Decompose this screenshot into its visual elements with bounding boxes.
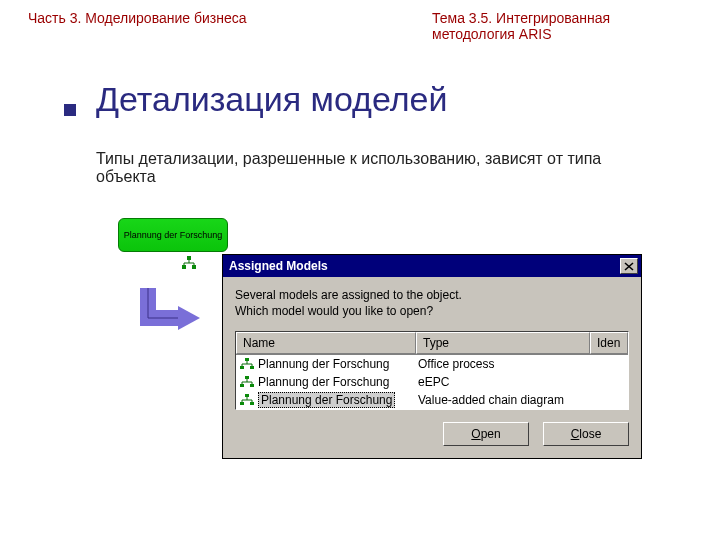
dialog-message-line2: Which model would you like to open? bbox=[235, 304, 433, 318]
models-list[interactable]: Name Type Iden Plannung der Forschung Of… bbox=[235, 331, 629, 410]
model-icon bbox=[240, 358, 254, 370]
list-row[interactable]: Plannung der Forschung eEPC bbox=[236, 373, 628, 391]
svg-rect-5 bbox=[240, 366, 244, 369]
list-row[interactable]: Plannung der Forschung Office process bbox=[236, 355, 628, 373]
open-button[interactable]: Open bbox=[443, 422, 529, 446]
list-header: Name Type Iden bbox=[236, 332, 628, 355]
svg-marker-3 bbox=[178, 306, 200, 330]
title-bullet bbox=[64, 104, 76, 116]
model-icon bbox=[240, 376, 254, 388]
col-header-iden[interactable]: Iden bbox=[590, 332, 628, 354]
svg-rect-8 bbox=[240, 384, 244, 387]
close-icon bbox=[624, 262, 634, 271]
svg-rect-10 bbox=[245, 394, 249, 397]
assignment-icon bbox=[182, 256, 196, 270]
row-type: Value-added chain diagram bbox=[416, 393, 590, 407]
svg-rect-11 bbox=[240, 402, 244, 405]
svg-rect-7 bbox=[245, 376, 249, 379]
process-box-label: Plannung der Forschung bbox=[124, 230, 223, 240]
open-label-rest: pen bbox=[481, 427, 501, 441]
process-box: Plannung der Forschung bbox=[118, 218, 228, 252]
model-icon bbox=[240, 394, 254, 406]
close-dialog-button[interactable]: Close bbox=[543, 422, 629, 446]
col-header-type[interactable]: Type bbox=[416, 332, 590, 354]
header-left: Часть 3. Моделирование бизнеса bbox=[28, 10, 246, 42]
arrow-icon bbox=[138, 288, 208, 348]
svg-rect-9 bbox=[250, 384, 254, 387]
page-subtitle: Типы детализации, разрешенные к использо… bbox=[96, 150, 656, 186]
svg-rect-1 bbox=[182, 265, 186, 269]
dialog-message: Several models are assigned to the objec… bbox=[235, 287, 629, 319]
svg-rect-12 bbox=[250, 402, 254, 405]
svg-rect-0 bbox=[187, 256, 191, 260]
open-mnemonic: O bbox=[471, 427, 480, 441]
row-type: eEPC bbox=[416, 375, 590, 389]
col-header-name[interactable]: Name bbox=[236, 332, 416, 354]
svg-rect-4 bbox=[245, 358, 249, 361]
row-type: Office process bbox=[416, 357, 590, 371]
close-label-rest: lose bbox=[579, 427, 601, 441]
close-button[interactable] bbox=[620, 258, 638, 274]
dialog-title: Assigned Models bbox=[229, 259, 328, 273]
svg-rect-6 bbox=[250, 366, 254, 369]
dialog-message-line1: Several models are assigned to the objec… bbox=[235, 288, 462, 302]
list-row[interactable]: Plannung der Forschung Value-added chain… bbox=[236, 391, 628, 409]
row-name: Plannung der Forschung bbox=[258, 357, 389, 371]
page-title: Детализация моделей bbox=[96, 80, 447, 119]
row-name: Plannung der Forschung bbox=[258, 392, 395, 408]
dialog-titlebar[interactable]: Assigned Models bbox=[223, 255, 641, 277]
assigned-models-dialog: Assigned Models Several models are assig… bbox=[222, 254, 642, 459]
header-right: Тема 3.5. Интегрированная методология AR… bbox=[432, 10, 692, 42]
svg-rect-2 bbox=[192, 265, 196, 269]
row-name: Plannung der Forschung bbox=[258, 375, 389, 389]
